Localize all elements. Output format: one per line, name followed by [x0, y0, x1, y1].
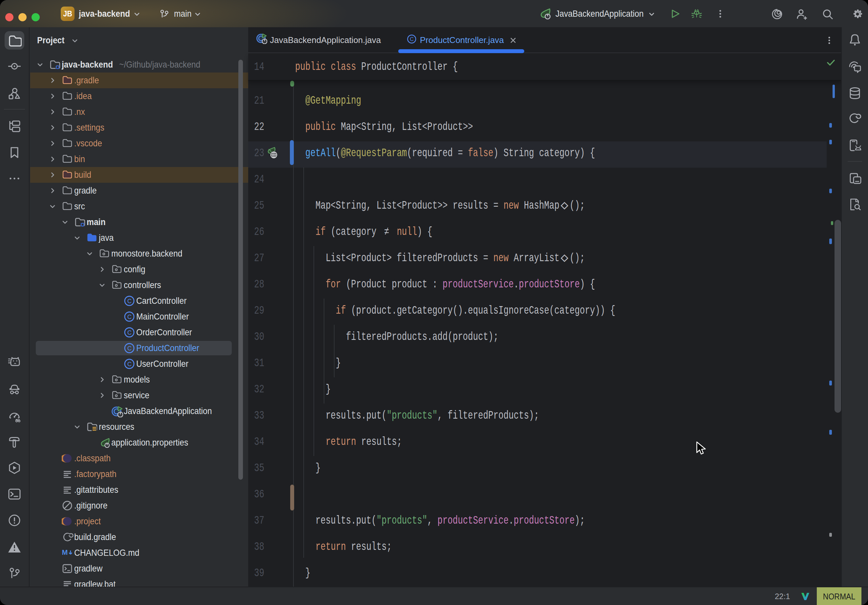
svg-text:C: C — [410, 36, 413, 42]
svg-text:C: C — [127, 314, 132, 320]
svg-text:C: C — [127, 361, 132, 367]
svg-text:C: C — [127, 345, 132, 352]
svg-text:C: C — [127, 330, 132, 336]
svg-text:C: C — [127, 298, 132, 305]
svg-text:M: M — [62, 549, 68, 557]
